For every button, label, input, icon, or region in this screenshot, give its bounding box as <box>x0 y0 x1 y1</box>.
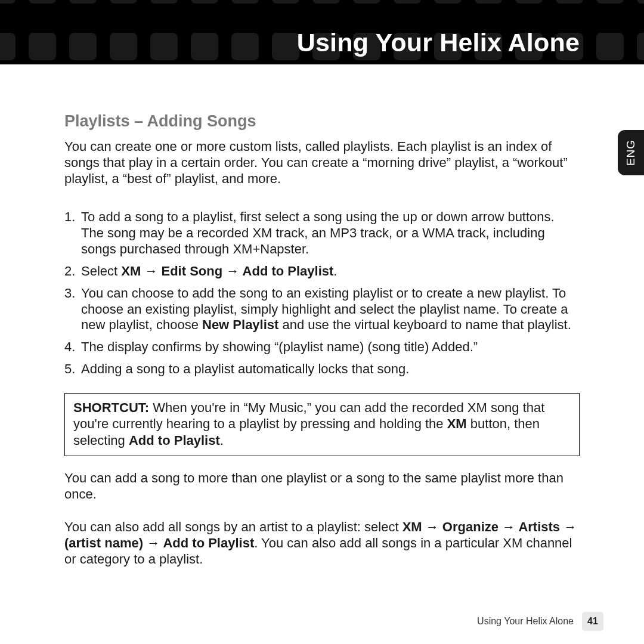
step-3: You can choose to add the song to an exi… <box>64 286 580 333</box>
page-footer: Using Your Helix Alone 41 <box>477 612 603 631</box>
shortcut-b: XM <box>447 416 467 431</box>
language-tab: ENG <box>618 130 644 175</box>
section-heading: Playlists – Adding Songs <box>64 112 580 131</box>
step-2-post: . <box>333 264 337 278</box>
shortcut-e: . <box>220 433 224 448</box>
decorative-squares-top <box>0 0 644 4</box>
page-number: 41 <box>582 612 603 631</box>
page-header: Using Your Helix Alone <box>0 0 644 64</box>
step-2-path: XM → Edit Song → Add to Playlist <box>121 264 333 278</box>
page-content: Playlists – Adding Songs You can create … <box>0 64 644 568</box>
language-label: ENG <box>624 140 637 166</box>
step-2-pre: Select <box>81 264 121 278</box>
header-title: Using Your Helix Alone <box>297 28 580 57</box>
shortcut-label: SHORTCUT: <box>73 400 149 415</box>
step-3-b: New Playlist <box>202 317 278 332</box>
steps-list: To add a song to a playlist, first selec… <box>64 209 580 377</box>
intro-paragraph: You can create one or more custom lists,… <box>64 139 580 187</box>
step-4: The display confirms by showing “(playli… <box>64 339 580 355</box>
shortcut-box: SHORTCUT: When you're in “My Music,” you… <box>64 393 580 457</box>
step-1: To add a song to a playlist, first selec… <box>64 209 580 257</box>
step-2: Select XM → Edit Song → Add to Playlist. <box>64 264 580 280</box>
p3-a: You can also add all songs by an artist … <box>64 519 402 534</box>
footer-section-label: Using Your Helix Alone <box>477 616 574 627</box>
shortcut-d: Add to Playlist <box>129 433 220 448</box>
step-3-c: and use the virtual keyboard to name tha… <box>278 317 571 332</box>
step-5: Adding a song to a playlist automaticall… <box>64 361 580 377</box>
paragraph-2: You can add a song to more than one play… <box>64 470 580 503</box>
paragraph-3: You can also add all songs by an artist … <box>64 519 580 567</box>
